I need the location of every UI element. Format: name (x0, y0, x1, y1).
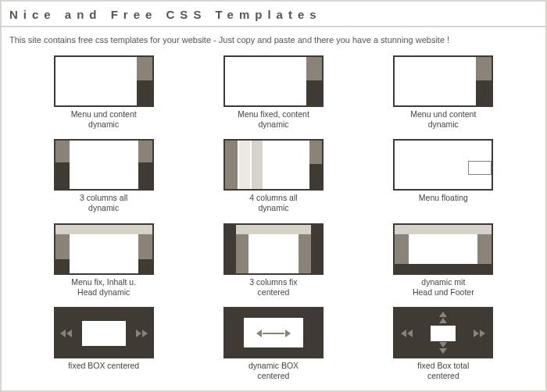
layout-block (225, 141, 238, 189)
layout-block (225, 225, 236, 273)
template-card: 3 columns all dynamic (42, 139, 165, 213)
template-thumb-fixed-box-total-centered[interactable] (393, 307, 493, 358)
layout-block (477, 234, 492, 264)
template-card: fixed Box total centered (382, 307, 505, 381)
template-thumb-menu-floating[interactable] (393, 139, 493, 191)
template-caption: Menu fixed, content dynamic (212, 109, 334, 130)
layout-block (236, 234, 248, 273)
arrow-up-icon (439, 312, 447, 317)
layout-block (476, 80, 492, 105)
layout-block (55, 141, 70, 164)
template-card: Menu fix, Inhalt u. Head dynamic (42, 223, 165, 298)
layout-block (138, 162, 152, 189)
layout-block (239, 141, 250, 189)
layout-block (55, 162, 70, 189)
arrow-right-icon (285, 330, 291, 337)
layout-block (138, 141, 152, 164)
layout-block (395, 234, 409, 264)
arrow-down-icon (439, 342, 447, 347)
template-card: Menu fixed, content dynamic (212, 55, 334, 130)
template-card: dynamic BOX centered (212, 307, 334, 381)
template-caption: 3 columns all dynamic (42, 193, 165, 213)
template-caption: fixed Box total centered (382, 361, 505, 381)
layout-block (311, 225, 322, 273)
layout-block (306, 57, 322, 82)
arrow-right-icon (474, 330, 479, 337)
template-thumb-fixed-box-centered[interactable] (54, 307, 154, 358)
template-thumb-3-columns-dynamic[interactable] (54, 139, 154, 191)
template-card: Menu und content dynamic (42, 55, 165, 130)
arrow-left-icon (256, 330, 262, 337)
template-thumb-dynamic-head-footer[interactable] (393, 223, 493, 275)
template-caption: Menu fix, Inhalt u. Head dynamic (42, 277, 165, 298)
template-caption: dynamic BOX centered (212, 361, 334, 381)
layout-block (309, 162, 322, 189)
template-card: 4 columns all dynamic (212, 139, 334, 213)
arrow-right-icon (136, 330, 141, 337)
arrow-left-icon (401, 330, 406, 337)
template-thumb-dynamic-box-centered[interactable] (223, 307, 324, 358)
template-grid: Menu und content dynamic Menu fixed, con… (2, 55, 545, 389)
template-thumb-4-columns-dynamic[interactable] (223, 139, 324, 191)
template-caption: Menu und content dynamic (382, 109, 505, 130)
template-card: Menu und content dynamic (382, 55, 505, 130)
template-card: Menu floating (382, 139, 505, 213)
layout-block (306, 80, 322, 105)
arrow-left-icon (60, 330, 66, 337)
arrow-left-icon (407, 330, 413, 337)
layout-block (82, 321, 126, 346)
page-subtitle: This site contains free css templates fo… (2, 27, 545, 55)
layout-block (137, 57, 152, 82)
layout-block (137, 80, 152, 105)
template-caption: 3 columns fix centered (212, 277, 334, 298)
layout-block (299, 234, 311, 273)
layout-block (236, 225, 311, 234)
layout-block (395, 225, 492, 234)
template-caption: Menu und content dynamic (42, 109, 165, 130)
template-card: 3 columns fix centered (212, 223, 334, 298)
page-title: Nice and Free CSS Templates (2, 2, 545, 27)
template-card: fixed BOX centered (42, 307, 165, 381)
layout-block (309, 141, 322, 164)
layout-block (138, 259, 152, 273)
arrow-right-icon (142, 330, 148, 337)
template-caption: 4 columns all dynamic (212, 193, 334, 213)
template-thumb-menu-fixed-content-dynamic[interactable] (223, 55, 324, 107)
layout-block (431, 326, 456, 341)
layout-block (476, 57, 492, 82)
template-thumb-menu-content-dynamic-2[interactable] (393, 55, 493, 107)
layout-block (55, 225, 152, 234)
template-thumb-3-columns-fix-centered[interactable] (223, 223, 324, 275)
template-thumb-menu-fix-inhalt-head[interactable] (54, 223, 154, 275)
template-caption: fixed BOX centered (42, 361, 165, 371)
layout-block (55, 259, 70, 273)
template-caption: Menu floating (382, 193, 505, 203)
layout-block (252, 141, 263, 189)
template-card: dynamic mit Head und Footer (382, 223, 505, 298)
arrow-left-icon (66, 330, 72, 337)
arrow-up-icon (439, 318, 447, 323)
arrow-down-icon (439, 348, 447, 354)
resize-arrow-icon (263, 333, 284, 334)
layout-block (468, 161, 492, 175)
template-caption: dynamic mit Head und Footer (382, 277, 505, 298)
arrow-right-icon (480, 330, 485, 337)
template-thumb-menu-content-dynamic[interactable] (54, 55, 154, 107)
layout-block (395, 264, 492, 273)
